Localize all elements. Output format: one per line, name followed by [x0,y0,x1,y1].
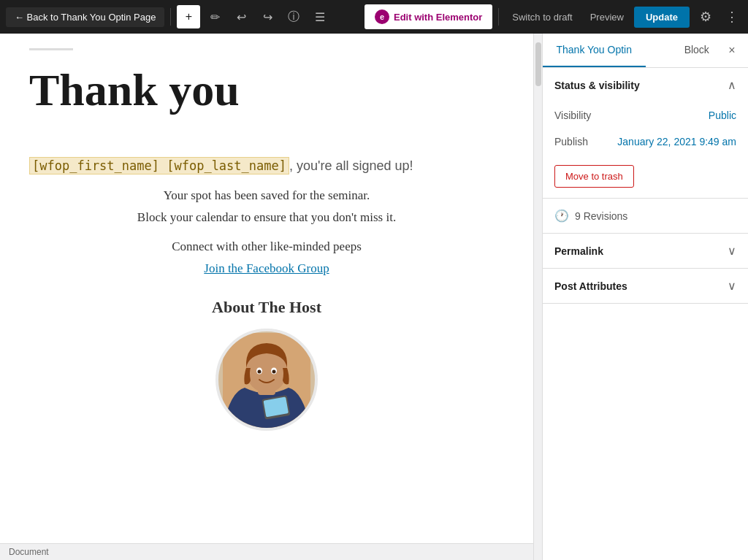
body-line-2: Block your calendar to ensure that you d… [29,210,504,225]
connect-text: Connect with other like-minded peeps [29,239,504,254]
publish-value[interactable]: January 22, 2021 9:49 am [617,136,736,147]
settings-button[interactable]: ⚙ [692,4,719,30]
panel-tabs: Thank You Optin Block × [543,34,748,68]
publish-row: Publish January 22, 2021 9:49 am [543,129,748,155]
top-toolbar: ← Back to Thank You Optin Page + ✏ ↩ ↪ ⓘ… [0,0,748,34]
preview-button[interactable]: Preview [583,7,631,27]
permalink-header[interactable]: Permalink ∨ [543,234,748,268]
post-attributes-header[interactable]: Post Attributes ∨ [543,269,748,303]
visibility-row: Visibility Public [543,102,748,129]
shortcode-suffix: , you're all signed up! [289,158,413,173]
permalink-arrow-icon: ∨ [728,244,736,258]
editor-scrollbar[interactable] [533,34,542,560]
editor-content[interactable]: Thank you [wfop_first_name] [wfop_last_n… [0,34,533,560]
main-area: Thank you [wfop_first_name] [wfop_last_n… [0,34,748,560]
facebook-group-link[interactable]: Join the Facebook Group [204,261,329,275]
right-panel: Thank You Optin Block × Status & visibil… [542,34,748,560]
shortcode-line: [wfop_first_name] [wfop_last_name], you'… [29,158,504,174]
undo-button[interactable]: ↩ [229,5,253,28]
host-image [215,329,318,431]
status-bar: Document [0,543,533,560]
post-attributes-arrow-icon: ∨ [728,279,736,293]
host-image-container [29,329,504,431]
elementor-logo: e [375,9,389,24]
status-visibility-header[interactable]: Status & visibility ∧ [543,68,748,102]
switch-to-draft-button[interactable]: Switch to draft [505,7,579,27]
toolbar-separator-2 [498,8,499,26]
status-visibility-toggle-icon: ∧ [728,78,736,92]
page-title[interactable]: Thank you [29,65,504,115]
editor-inner: Thank you [wfop_first_name] [wfop_last_n… [0,34,533,460]
info-button[interactable]: ⓘ [282,5,305,28]
host-avatar-svg [223,333,310,428]
redo-button[interactable]: ↪ [256,5,279,28]
toolbar-separator-1 [170,8,171,26]
pencil-icon-button[interactable]: ✏ [203,5,226,28]
move-to-trash-button[interactable]: Move to trash [554,165,634,188]
permalink-label: Permalink [554,245,603,257]
visibility-value[interactable]: Public [709,110,736,121]
list-view-button[interactable]: ☰ [308,5,332,28]
close-panel-button[interactable]: × [722,40,742,61]
svg-point-6 [272,370,276,374]
update-button[interactable]: Update [634,7,690,28]
revisions-section: 🕐 9 Revisions [543,199,748,234]
status-visibility-section: Status & visibility ∧ Visibility Public … [543,68,748,199]
back-button[interactable]: ← Back to Thank You Optin Page [6,7,164,27]
connect-section: Connect with other like-minded peeps Joi… [29,239,504,276]
tab-thank-you-optin[interactable]: Thank You Optin [543,34,646,67]
more-options-button[interactable]: ⋮ [722,4,742,30]
revisions-icon: 🕐 [554,209,569,223]
elementor-button-label: Edit with Elementor [394,12,482,23]
body-line-1: Your spot has been saved for the seminar… [29,188,504,203]
revisions-row[interactable]: 🕐 9 Revisions [543,199,748,233]
edit-with-elementor-button[interactable]: e Edit with Elementor [365,4,492,29]
shortcode-text: [wfop_first_name] [wfop_last_name] [29,157,289,174]
revisions-text: 9 Revisions [575,210,627,222]
editor-top-line [29,48,73,50]
scroll-thumb[interactable] [535,42,541,86]
permalink-section: Permalink ∨ [543,234,748,269]
post-attributes-label: Post Attributes [554,280,627,292]
add-block-button[interactable]: + [177,5,200,28]
host-title: About The Host [29,298,504,317]
post-attributes-section: Post Attributes ∨ [543,269,748,304]
publish-label: Publish [554,136,588,147]
visibility-label: Visibility [554,110,591,121]
status-visibility-title: Status & visibility [554,80,640,91]
svg-point-5 [258,370,262,374]
move-trash-container: Move to trash [543,155,748,198]
